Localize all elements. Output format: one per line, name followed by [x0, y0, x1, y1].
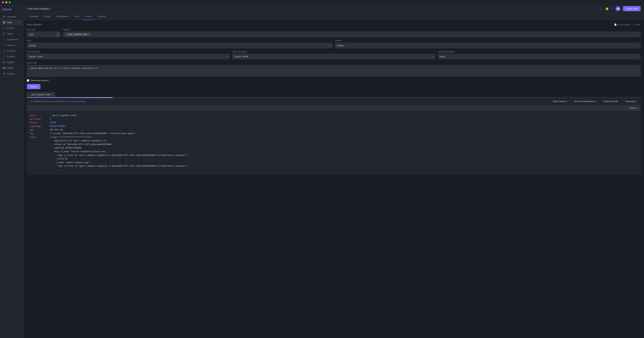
window-label: Window: [335, 40, 641, 42]
sort-caret-icon: ▾: [595, 100, 596, 102]
sidebar-label-data: Data: [7, 21, 12, 24]
continue-consuming-link[interactable]: Continue Consuming: [66, 100, 85, 102]
titlebar: [0, 0, 644, 5]
sort-button[interactable]: Sort: timestamp (desc) ▾: [573, 100, 598, 103]
mode-select[interactable]: Sample ▾: [27, 42, 332, 48]
window-select[interactable]: Earliest ▾: [335, 42, 641, 48]
download-button[interactable]: Download ▾: [624, 100, 637, 103]
timestamp-field-val: 1676427764097: [50, 124, 66, 128]
actions-caret-icon: ▾: [637, 107, 638, 109]
sidebar-item-schema[interactable]: ◻ Schema: [1, 54, 22, 59]
sidebar-item-consumers[interactable]: ↔ Consumers: [1, 37, 22, 42]
input-type-dropdown[interactable]: Topic ▾: [27, 32, 60, 37]
topics-group: Topic(s) * __oprtr_snapshot_state ✕ ▾: [63, 28, 641, 37]
sidebar-item-brokers[interactable]: ⬡ Brokers: [1, 25, 22, 31]
record-line-age: age: 02h 01m 10s: [30, 128, 638, 132]
form-row-input-topics: Input Type * Topic ▾ Topic(s) *: [27, 28, 641, 37]
section-title: DATA INSPECT: [27, 24, 42, 26]
bell-icon[interactable]: 🔔: [606, 7, 609, 10]
tab-acls[interactable]: ACLs: [72, 13, 82, 20]
minimize-dot[interactable]: [5, 1, 8, 3]
results-info-text: Realized 100 records, scanned 339.: [33, 100, 66, 102]
sidebar-item-data[interactable]: ◉ Data: [1, 20, 22, 25]
main-content: Trade Book (Staging) ▾ ☾ 🔔 ? AD Create T…: [24, 5, 644, 338]
consumers-icon: ↔: [3, 38, 5, 41]
sidebar-item-streams[interactable]: 〜 Streams: [1, 42, 22, 48]
jq-filter-value: .value.application-id == "oprtr.compute.…: [29, 67, 98, 70]
tab-configuration[interactable]: Configuration: [53, 13, 72, 20]
mode-label: Mode: [27, 40, 332, 42]
window-group: Window Earliest ▾: [335, 40, 641, 48]
value-field-key: value:: [30, 136, 50, 139]
topics-input[interactable]: __oprtr_snapshot_state ✕ ▾: [63, 32, 641, 37]
value-deser-select[interactable]: Transit / JSON ▾: [232, 54, 435, 59]
jq-filter-label: jQ Filter ?: [27, 62, 641, 64]
tab-produce[interactable]: Produce: [95, 13, 108, 20]
record-line-key: key: [:streams "88c4a380-dfff-4797-ac9b-…: [30, 132, 638, 136]
create-topic-button[interactable]: Create Topic: [623, 6, 641, 11]
sidebar-label-ksqldb: ksqlDB: [7, 61, 14, 64]
produce-results-button[interactable]: Produce Results: [602, 100, 619, 103]
input-type-value: Topic: [27, 33, 56, 36]
streaming-search-row: Streaming Search?: [27, 79, 641, 82]
warning-icon: ⚠: [30, 100, 32, 103]
key-deser-caret-icon: ▾: [227, 56, 228, 58]
jq-filter-display[interactable]: .value.application-id == "oprtr.compute.…: [27, 65, 641, 77]
maximize-dot[interactable]: [9, 1, 11, 3]
actions-button[interactable]: Actions ▾: [629, 107, 638, 109]
headers-deser-select[interactable]: None ▾: [438, 54, 641, 59]
age-field-key: age:: [30, 128, 50, 132]
streaming-search-checkbox[interactable]: [27, 79, 29, 82]
timestamp-field-key: timestamp:: [30, 124, 50, 128]
topbar-title: Trade Book (Staging) ▾: [27, 8, 52, 10]
result-tab-close[interactable]: ✕: [52, 94, 53, 96]
help-icon[interactable]: ?: [612, 7, 613, 10]
search-button[interactable]: Search: [27, 84, 40, 89]
sidebar-item-overview[interactable]: ⊞ Overview: [1, 14, 22, 19]
show-context-caret-icon: ▾: [566, 100, 567, 102]
documentation-link[interactable]: 📄 Documentation: [614, 24, 631, 26]
topic-tag[interactable]: __oprtr_snapshot_state ✕: [64, 33, 90, 36]
schema-icon: ◻: [3, 55, 5, 58]
sidebar-item-ksqldb[interactable]: ◈ ksqlDB: [1, 60, 22, 65]
topic-tag-label: __oprtr_snapshot_state: [66, 33, 87, 36]
sidebar-item-connect[interactable]: ⬡ Connect: [1, 48, 22, 54]
sidebar-item-settings[interactable]: ⚙ Settings: [1, 71, 22, 76]
jq-filter-help-icon[interactable]: ?: [34, 62, 36, 64]
topbar-actions: ☾ 🔔 ? AD Create Topic: [600, 6, 641, 11]
sidebar-item-topics[interactable]: ☰ Topics: [1, 31, 22, 36]
value-field-val: {:type "**********************rics", :ap…: [50, 136, 189, 172]
headers-deser-value: None: [440, 55, 445, 58]
sidebar-item-krepl[interactable]: ⌨ kREPL: [1, 65, 22, 70]
sidebar-label-topics: Topics: [7, 32, 13, 35]
tab-inspect[interactable]: Inspect: [82, 13, 95, 20]
record-line-value: value: {:type "**********************ric…: [30, 136, 638, 172]
topic-field-key: topic:: [30, 114, 50, 117]
topbar: Trade Book (Staging) ▾ ☾ 🔔 ? AD Create T…: [24, 5, 644, 13]
result-tab-snapshot[interactable]: __oprtr_snapshot_state ✕: [27, 92, 55, 97]
mode-caret-icon: ▾: [330, 44, 330, 46]
avatar[interactable]: AD: [616, 6, 620, 11]
value-deser-label: Value Deserializer: [232, 51, 435, 53]
topics-label: Topic(s) *: [63, 28, 641, 30]
topic-tag-close[interactable]: ✕: [88, 34, 89, 36]
clear-link[interactable]: ✕ Clear: [634, 24, 641, 26]
tab-overview[interactable]: Overview: [27, 13, 41, 20]
record-header: Actions ▾: [27, 105, 640, 111]
streaming-search-label: Streaming Search?: [30, 79, 49, 82]
clear-icon: ✕: [634, 24, 635, 26]
input-type-caret[interactable]: ▾: [56, 32, 60, 37]
topics-icon: ☰: [3, 32, 5, 35]
tab-details[interactable]: Details: [41, 13, 53, 20]
close-dot[interactable]: [2, 1, 4, 3]
sidebar-label-krepl: kREPL: [7, 67, 14, 69]
offset-field-val: 21905: [50, 121, 56, 124]
moon-icon[interactable]: ☾: [600, 7, 603, 10]
content-area: DATA INSPECT 📄 Documentation ✕ Clear: [24, 20, 644, 338]
key-deser-select[interactable]: Transit / JSON ▾: [27, 54, 230, 59]
headers-deser-group: Headers Deserializer None ▾: [438, 51, 641, 59]
key-deser-label: Key Deserializer: [27, 51, 230, 53]
ksqldb-icon: ◈: [3, 61, 5, 64]
form-row-mode-window: Mode Sample ▾ Window Earliest ▾: [27, 40, 641, 48]
show-context-button[interactable]: Show Context ▾: [551, 100, 568, 103]
